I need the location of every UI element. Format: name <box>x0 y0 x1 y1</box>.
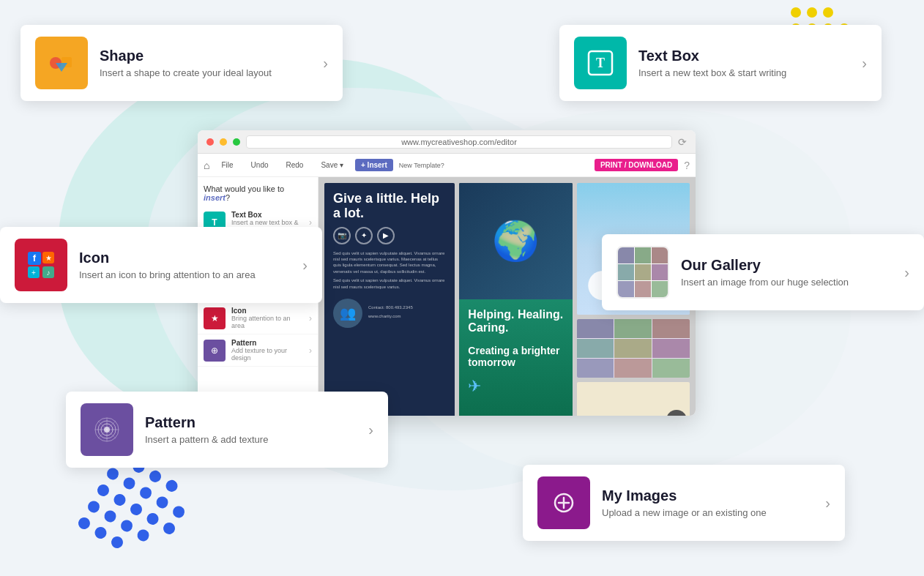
gallery-card-title: Our Gallery <box>681 257 893 274</box>
creating-text: Creating a brighter tomorrow <box>468 345 563 368</box>
svg-text:+: + <box>31 269 36 277</box>
textbox-card-title: Text Box <box>638 48 850 64</box>
helping-text: Helping. Healing. Caring. <box>468 308 563 334</box>
poster-headline: Give a little. Help a lot. <box>333 192 446 221</box>
gallery-card[interactable]: Our Gallery Insert an image from our hug… <box>602 234 924 310</box>
poster-icons-row: 📷 ✦ ▶ <box>333 227 446 244</box>
gallery-cell <box>618 264 634 280</box>
myimages-card[interactable]: My Images Upload a new image or an exist… <box>523 465 845 541</box>
svg-text:★: ★ <box>45 254 52 262</box>
gallery-card-icon <box>616 246 669 299</box>
save-button[interactable]: Save ▾ <box>315 159 349 171</box>
sidebar-textbox-arrow: › <box>309 217 312 228</box>
gallery-cell <box>652 359 690 378</box>
icon-card[interactable]: f ★ + ♪ Icon Insert an icon to bring att… <box>0 227 322 303</box>
gallery-cell <box>614 319 652 338</box>
gallery-card-text: Our Gallery Insert an image from our hug… <box>681 257 893 288</box>
pattern-card-description: Insert a pattern & add texture <box>145 434 357 445</box>
myimages-icon-svg <box>549 488 578 517</box>
home-icon[interactable]: ⌂ <box>204 160 209 171</box>
plane-icon: ✈ <box>468 377 563 396</box>
shape-icon-svg <box>47 48 76 78</box>
gallery-cell <box>652 247 668 263</box>
gallery-cell <box>635 281 651 297</box>
icon-card-description: Insert an icon to bring attention to an … <box>79 269 291 280</box>
sidebar-icon-icon: ★ <box>204 307 226 329</box>
icon-card-arrow: › <box>302 257 308 274</box>
poster-people-row: 👥 Contact: 800.493.2345 www.charity.com <box>333 299 446 328</box>
shape-card-icon <box>35 37 88 89</box>
gallery-cell <box>635 247 651 263</box>
poster-icon-instagram: 📷 <box>333 227 351 244</box>
sidebar-icon-arrow: › <box>309 313 312 323</box>
textbox-icon-svg: T <box>586 48 615 78</box>
browser-url-bar[interactable]: www.mycreativeshop.com/editor <box>246 135 672 149</box>
gallery-cell <box>635 264 651 280</box>
poster-body-text-2: Sed quis velit ut sapien vulputate aliqu… <box>333 277 446 290</box>
svg-text:T: T <box>596 56 605 70</box>
browser-dot-maximize <box>233 138 240 146</box>
poster-contact-label: Contact: 800.493.2345 <box>368 304 413 310</box>
poster-middle-section: Creating a brighter tomorrow <box>468 345 563 368</box>
undo-button[interactable]: Undo <box>245 159 275 171</box>
textbox-card-description: Insert a new text box & start writing <box>638 67 850 78</box>
textbox-card-text: Text Box Insert a new text box & start w… <box>638 48 850 78</box>
myimages-card-text: My Images Upload a new image or an exist… <box>602 487 813 518</box>
myimages-card-description: Upload a new image or an existing one <box>602 507 813 518</box>
poster-people-icon: 👥 <box>333 299 362 328</box>
myimages-card-arrow: › <box>825 495 830 512</box>
pattern-card[interactable]: Pattern Insert a pattern & add texture › <box>66 392 388 468</box>
shape-card-description: Insert a shape to create your ideal layo… <box>100 67 311 78</box>
gallery-cell <box>618 281 634 297</box>
textbox-card-arrow: › <box>862 55 867 72</box>
new-template-label: New Template? <box>399 162 444 169</box>
gallery-cell <box>618 247 634 263</box>
sidebar-textbox-label: Text Box <box>231 211 303 219</box>
pattern-card-arrow: › <box>368 422 373 438</box>
icon-card-svg: f ★ + ♪ <box>26 250 56 280</box>
textbox-card[interactable]: T Text Box Insert a new text box & start… <box>559 25 882 101</box>
sidebar-pattern-desc: Add texture to your design <box>231 347 303 362</box>
sidebar-pattern-arrow: › <box>309 345 312 356</box>
redo-button[interactable]: Redo <box>280 159 310 171</box>
sidebar-icon-desc: Bring attention to an area <box>231 315 303 329</box>
browser-dot-minimize <box>220 138 227 146</box>
myimages-card-title: My Images <box>602 487 813 504</box>
gallery-cell <box>652 264 668 280</box>
sidebar-item-icon[interactable]: ★ Icon Bring attention to an area › <box>198 302 318 334</box>
gallery-card-arrow: › <box>904 264 909 281</box>
print-download-button[interactable]: PRINT / DOWNLOAD <box>595 159 678 171</box>
shape-card-title: Shape <box>100 48 311 64</box>
shape-card[interactable]: Shape Insert a shape to create your idea… <box>21 25 343 101</box>
file-button[interactable]: File <box>215 159 239 171</box>
gallery-cell <box>652 339 690 358</box>
svg-text:♪: ♪ <box>47 269 51 277</box>
poster-website: www.charity.com <box>368 313 413 319</box>
poster-contact: Contact: 800.493.2345 www.charity.com <box>368 304 413 323</box>
sidebar-item-pattern[interactable]: ⊕ Pattern Add texture to your design › <box>198 334 318 367</box>
insert-button[interactable]: + Insert <box>355 159 393 171</box>
icon-card-icon: f ★ + ♪ <box>15 239 67 291</box>
textbox-card-icon: T <box>574 37 627 89</box>
gallery-grid-small <box>577 319 690 378</box>
poster-icon-share: ▶ <box>377 227 395 244</box>
poster-body-text: Sed quis velit ut sapien vulputate aliqu… <box>333 250 446 275</box>
icon-card-text: Icon Insert an icon to bring attention t… <box>79 250 291 280</box>
icon-card-title: Icon <box>79 250 291 266</box>
sidebar-header: What would you like to insert? <box>198 177 318 206</box>
globe-icon: 🌍 <box>492 219 540 263</box>
browser-bar: www.mycreativeshop.com/editor ⟳ <box>198 130 696 154</box>
myimages-card-icon <box>537 476 590 529</box>
help-icon[interactable]: ? <box>684 160 690 171</box>
sidebar-pattern-icon: ⊕ <box>204 340 226 362</box>
gallery-cell <box>577 319 614 338</box>
gallery-cell <box>614 339 652 358</box>
sidebar-icon-label: Icon <box>231 307 303 315</box>
sidebar-pattern-text: Pattern Add texture to your design <box>231 339 303 362</box>
gallery-cell <box>577 339 614 358</box>
browser-reload-icon: ⟳ <box>678 136 687 148</box>
poster-middle-top: 🌍 <box>459 183 572 299</box>
shape-card-arrow: › <box>323 55 328 72</box>
gallery-cell <box>652 319 690 338</box>
pattern-card-icon <box>81 403 133 456</box>
